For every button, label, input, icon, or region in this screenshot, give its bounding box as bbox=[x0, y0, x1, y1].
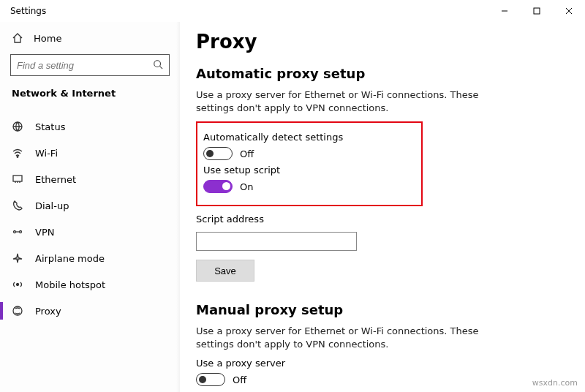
manual-desc: Use a proxy server for Ethernet or Wi-Fi… bbox=[196, 325, 503, 350]
sidebar-item-ethernet[interactable]: Ethernet bbox=[10, 166, 170, 192]
manual-heading: Manual proxy setup bbox=[196, 302, 556, 317]
svg-point-4 bbox=[154, 60, 161, 67]
page-title: Proxy bbox=[196, 31, 556, 53]
script-addr-label: Script address bbox=[196, 214, 556, 225]
watermark: wsxdn.com bbox=[532, 378, 578, 388]
minimize-button[interactable] bbox=[488, 0, 521, 22]
sidebar-item-label: VPN bbox=[35, 227, 54, 238]
svg-point-10 bbox=[20, 231, 22, 233]
detect-state: Off bbox=[240, 148, 254, 159]
sidebar-item-airplane[interactable]: Airplane mode bbox=[10, 245, 170, 271]
ethernet-icon bbox=[12, 173, 23, 185]
vpn-icon bbox=[12, 226, 23, 238]
sidebar-item-label: Dial-up bbox=[35, 200, 69, 211]
auto-desc: Use a proxy server for Ethernet or Wi-Fi… bbox=[196, 88, 503, 114]
sidebar-item-label: Airplane mode bbox=[35, 253, 105, 264]
svg-rect-8 bbox=[13, 176, 22, 181]
search-input-container[interactable] bbox=[10, 54, 170, 76]
section-title: Network & Internet bbox=[10, 88, 170, 99]
detect-label: Automatically detect settings bbox=[203, 132, 415, 143]
script-state: On bbox=[240, 181, 253, 192]
sidebar-item-vpn[interactable]: VPN bbox=[10, 219, 170, 245]
detect-toggle[interactable] bbox=[203, 147, 233, 160]
use-proxy-label: Use a proxy server bbox=[196, 358, 556, 369]
home-button[interactable]: Home bbox=[10, 26, 170, 54]
window-title: Settings bbox=[10, 6, 46, 16]
svg-point-7 bbox=[17, 157, 18, 158]
sidebar-item-label: Mobile hotspot bbox=[35, 279, 105, 290]
search-icon bbox=[153, 59, 163, 72]
use-proxy-state: Off bbox=[233, 374, 246, 385]
use-proxy-toggle[interactable] bbox=[196, 373, 225, 386]
globe-icon bbox=[12, 121, 23, 132]
script-toggle[interactable] bbox=[203, 180, 233, 193]
script-address-input[interactable] bbox=[196, 232, 357, 251]
sidebar-item-label: Proxy bbox=[35, 306, 61, 317]
maximize-button[interactable] bbox=[521, 0, 553, 22]
home-icon bbox=[12, 32, 23, 44]
svg-line-5 bbox=[160, 66, 163, 69]
wifi-icon bbox=[12, 147, 23, 159]
close-button[interactable] bbox=[553, 0, 585, 22]
phone-icon bbox=[12, 200, 23, 211]
home-label: Home bbox=[34, 33, 61, 44]
sidebar-item-wifi[interactable]: Wi-Fi bbox=[10, 140, 170, 166]
svg-rect-1 bbox=[534, 8, 540, 14]
airplane-icon bbox=[12, 252, 23, 264]
sidebar-item-status[interactable]: Status bbox=[10, 113, 170, 140]
sidebar-item-proxy[interactable]: Proxy bbox=[10, 298, 170, 324]
highlight-box: Automatically detect settings Off Use se… bbox=[196, 121, 423, 206]
svg-point-9 bbox=[14, 231, 16, 233]
sidebar-item-label: Wi-Fi bbox=[35, 148, 58, 159]
script-label: Use setup script bbox=[203, 165, 415, 176]
proxy-icon bbox=[12, 305, 23, 317]
search-input[interactable] bbox=[17, 60, 153, 71]
save-button[interactable]: Save bbox=[196, 260, 254, 282]
hotspot-icon bbox=[12, 279, 23, 290]
svg-point-11 bbox=[17, 284, 19, 286]
auto-heading: Automatic proxy setup bbox=[196, 66, 556, 81]
sidebar-item-label: Status bbox=[35, 121, 65, 132]
sidebar-item-label: Ethernet bbox=[35, 174, 76, 185]
sidebar-item-hotspot[interactable]: Mobile hotspot bbox=[10, 271, 170, 298]
sidebar-item-dialup[interactable]: Dial-up bbox=[10, 192, 170, 219]
